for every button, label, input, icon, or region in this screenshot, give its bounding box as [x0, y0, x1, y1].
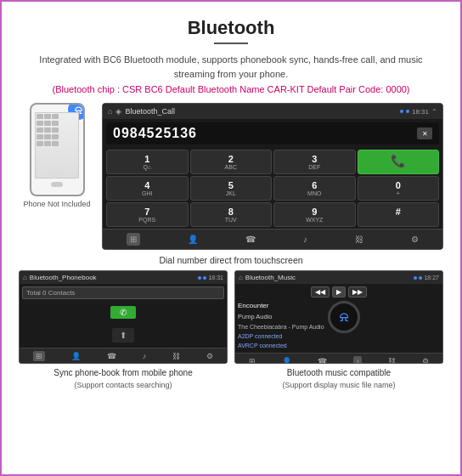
- dial-key-6[interactable]: 6MNO: [273, 176, 356, 201]
- phonebook-block: ⌂ Bluetooth_Phonebook 18:31 Total 0 Cont…: [19, 270, 228, 391]
- signal-icon: ◈: [116, 107, 121, 116]
- track1: Encounter: [238, 301, 324, 312]
- screen-title: Bluetooth_Call: [125, 107, 397, 116]
- page-container: Bluetooth Integrated with BC6 Bluetooth …: [2, 2, 460, 401]
- music-time: 18:27: [424, 275, 439, 280]
- music-nav-call[interactable]: ☎: [318, 357, 327, 364]
- track3: The Cheebiacabra - Pump Audio: [238, 322, 324, 332]
- pb-nav-call[interactable]: ☎: [107, 352, 116, 360]
- status-dot2: [406, 110, 409, 113]
- prev-button[interactable]: ◀◀: [311, 286, 330, 298]
- dial-key-0plus[interactable]: 0+: [358, 176, 440, 201]
- phone-screen: [35, 112, 79, 178]
- car-dial-screen: ⌂ ◈ Bluetooth_Call 18:31 ⌃ 0984525136 ✕ …: [102, 103, 443, 250]
- music-header: ⌂ Bluetooth_Music 18:27: [235, 271, 442, 284]
- dial-key-4[interactable]: 4GHI: [106, 176, 189, 201]
- phonebook-upload-icon[interactable]: ⬆: [112, 328, 134, 343]
- contacts-area: Total 0 Contacts ✆ ⬆: [20, 284, 227, 348]
- avrcp-status: AVRCP connected: [238, 341, 324, 350]
- contacts-search[interactable]: Total 0 Contacts: [22, 286, 224, 299]
- phonebook-screen: ⌂ Bluetooth_Phonebook 18:31 Total 0 Cont…: [19, 270, 228, 364]
- dial-key-hash[interactable]: #: [358, 202, 440, 227]
- main-screen-area: ⍾: [19, 103, 443, 250]
- status-dot1: [400, 110, 403, 113]
- expand-icon: ⌃: [431, 108, 437, 116]
- bluetooth-disc-icon: ⍾: [340, 309, 348, 325]
- dial-number-row: 0984525136 ✕: [106, 122, 439, 144]
- upload-action-area: ⬆: [22, 326, 224, 345]
- music-status-area: 18:27: [414, 275, 439, 280]
- track2: Pump Audio: [238, 312, 324, 322]
- pb-nav-link[interactable]: ⛓: [172, 352, 180, 360]
- pb-nav-grid[interactable]: ⊞: [33, 351, 45, 361]
- music-nav: ⊞ 👤 ☎ ♪ ⛓ ⚙: [235, 353, 442, 364]
- screen-nav: ⊞ 👤 ☎ ♪ ⛓ ⚙: [103, 229, 442, 249]
- music-dot1: [414, 276, 417, 280]
- call-button[interactable]: 📞: [358, 150, 440, 174]
- nav-contacts-icon[interactable]: 👤: [188, 235, 198, 244]
- phonebook-time: 18:31: [208, 275, 223, 280]
- dial-key-7[interactable]: 7PQRS: [106, 202, 189, 227]
- dial-key-8[interactable]: 8TUV: [190, 202, 273, 227]
- title-divider: [214, 42, 248, 44]
- screen-status: 18:31 ⌃: [400, 108, 437, 116]
- next-button[interactable]: ▶▶: [348, 286, 367, 298]
- music-dot2: [419, 276, 422, 280]
- dial-key-9[interactable]: 9WXYZ: [273, 202, 356, 227]
- phonebook-title: Bluetooth_Phonebook: [30, 274, 196, 281]
- music-info: Encounter Pump Audio The Cheebiacabra - …: [238, 301, 324, 350]
- phone-mockup-container: ⍾: [19, 103, 95, 208]
- music-block: ⌂ Bluetooth_Music 18:27 ◀◀ ▶ ▶▶: [234, 270, 443, 391]
- chip-info: (Bluetooth chip : CSR BC6 Default Blueto…: [19, 84, 443, 94]
- pb-dot2: [203, 276, 206, 280]
- phone-label: Phone Not Included: [23, 200, 90, 208]
- music-screen: ⌂ Bluetooth_Music 18:27 ◀◀ ▶ ▶▶: [234, 270, 443, 364]
- phone-screen-content: [36, 113, 78, 178]
- screen-time: 18:31: [412, 108, 429, 116]
- phonebook-home-icon: ⌂: [23, 274, 27, 281]
- screen-header: ⌂ ◈ Bluetooth_Call 18:31 ⌃: [103, 104, 442, 119]
- call-action-area: ✆: [22, 304, 224, 320]
- nav-link-icon[interactable]: ⛓: [355, 235, 363, 244]
- pb-dot1: [198, 276, 201, 280]
- music-home-icon: ⌂: [239, 274, 243, 281]
- music-title: Bluetooth_Music: [245, 274, 412, 281]
- dial-key-2[interactable]: 2ABC: [190, 150, 273, 174]
- pb-nav-music[interactable]: ♪: [143, 352, 147, 360]
- nav-grid-icon[interactable]: ⊞: [127, 233, 140, 246]
- dial-key-1[interactable]: 1Q⌂: [106, 150, 189, 174]
- music-nav-grid[interactable]: ⊞: [249, 357, 256, 364]
- music-caption: Bluetooth music compatible (Support disp…: [282, 367, 395, 391]
- phonebook-call-button[interactable]: ✆: [110, 306, 136, 319]
- dial-key-3[interactable]: 3DEF: [273, 150, 356, 174]
- dial-key-5[interactable]: 5JKL: [190, 176, 273, 201]
- dialpad: 1Q⌂ 2ABC 3DEF 📞 4GHI 5JKL 6MNO 0+ 7PQRS …: [103, 148, 442, 229]
- bottom-section: ⌂ Bluetooth_Phonebook 18:31 Total 0 Cont…: [19, 270, 443, 391]
- page-description: Integrated with BC6 Bluetooth module, su…: [19, 53, 443, 81]
- dial-number: 0984525136: [113, 126, 417, 141]
- phonebook-status: 18:31: [198, 275, 223, 280]
- music-nav-music[interactable]: ♪: [353, 356, 363, 364]
- music-controls: ◀◀ ▶ ▶▶: [238, 286, 440, 298]
- nav-settings-icon[interactable]: ⚙: [411, 235, 419, 244]
- music-nav-user[interactable]: 👤: [282, 357, 291, 364]
- pb-nav-settings[interactable]: ⚙: [206, 352, 213, 360]
- page-title: Bluetooth: [19, 17, 443, 39]
- phone-mockup: ⍾: [30, 103, 85, 196]
- dial-screen-caption: Dial number direct from touchscreen: [19, 255, 443, 265]
- home-icon: ⌂: [108, 107, 112, 116]
- phonebook-header: ⌂ Bluetooth_Phonebook 18:31: [20, 271, 227, 284]
- nav-call-icon[interactable]: ☎: [245, 235, 256, 244]
- play-pause-button[interactable]: ▶: [332, 286, 346, 298]
- music-nav-settings[interactable]: ⚙: [422, 357, 429, 364]
- a2dp-status: A2DP connected: [238, 332, 324, 341]
- pb-nav-user[interactable]: 👤: [71, 352, 81, 360]
- music-area: ◀◀ ▶ ▶▶ Encounter Pump Audio The Cheebia…: [235, 284, 442, 353]
- music-nav-link[interactable]: ⛓: [388, 357, 396, 364]
- nav-music-icon[interactable]: ♪: [303, 235, 307, 244]
- phone-home-button: [51, 182, 63, 187]
- bluetooth-disc: ⍾: [328, 301, 360, 333]
- phonebook-caption: Sync phone-book from mobile phone (Suppo…: [54, 367, 192, 391]
- backspace-button[interactable]: ✕: [417, 128, 432, 139]
- music-info-row: Encounter Pump Audio The Cheebiacabra - …: [238, 301, 440, 350]
